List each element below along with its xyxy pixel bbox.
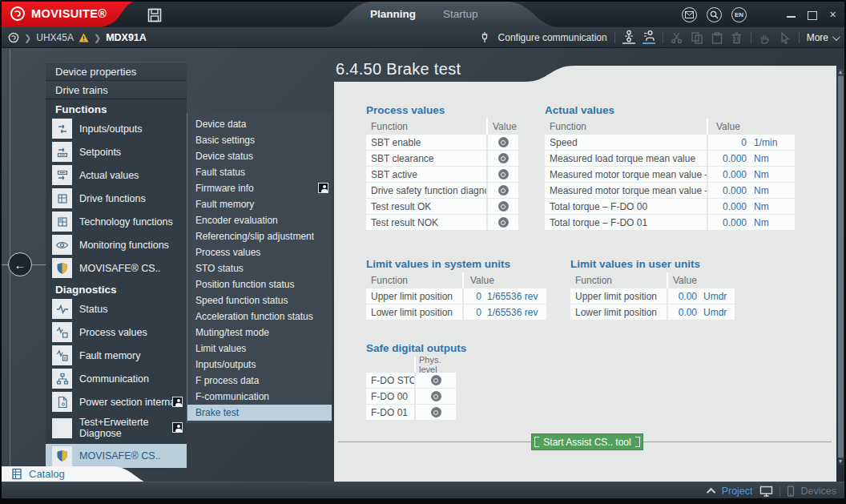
table-row: Test result NOK xyxy=(366,215,518,230)
toolbar-separator xyxy=(751,32,751,43)
safe-outputs-table: Phys. level F-DO STO F-DO 00 F-DO 01 xyxy=(366,357,456,421)
actual-values-icon xyxy=(52,165,72,185)
section-heading-actual-values: Actual values xyxy=(545,104,614,116)
delete-button[interactable] xyxy=(731,31,743,44)
nav-item-movisafe-diagnostics[interactable]: MOVISAFE® CS.. xyxy=(46,444,187,468)
app-logo: MOVISUITE® xyxy=(10,6,107,22)
tab-planning[interactable]: Planning xyxy=(370,2,416,27)
catalog-tab[interactable]: Catalog xyxy=(11,468,65,480)
collapse-panel-button[interactable]: ← xyxy=(8,252,32,276)
breadcrumb-sep-icon: ❯ xyxy=(24,33,31,43)
nav-item-process-values[interactable]: Process values xyxy=(46,321,187,344)
table-row: Speed01/min xyxy=(545,135,795,150)
nav-item-status[interactable]: Status xyxy=(46,297,187,321)
monitor-icon[interactable] xyxy=(759,486,773,497)
configure-communication-icon xyxy=(478,31,491,44)
scroll-down-icon[interactable] xyxy=(839,460,842,463)
drive-functions-icon xyxy=(52,188,72,208)
nav-item-fault-memory[interactable]: Fault memory xyxy=(46,344,187,367)
status-led-icon xyxy=(498,185,509,196)
more-button[interactable]: More xyxy=(807,32,838,43)
content-area: Process values Function Value SBT enable… xyxy=(334,66,836,484)
command-bar: ❯ UHX45A ❯ MDX91A Configure communicatio… xyxy=(2,27,844,48)
breadcrumb: ❯ UHX45A ❯ MDX91A xyxy=(8,27,147,48)
menu-item-fault-status[interactable]: Fault status xyxy=(187,164,332,180)
table-row: Lower limit position0.00Umdr xyxy=(570,304,735,320)
breadcrumb-device2[interactable]: MDX91A xyxy=(106,32,147,43)
menu-item-position-function-status[interactable]: Position function status xyxy=(187,276,332,292)
nav-section-functions: Functions xyxy=(46,99,187,117)
breadcrumb-sep-icon: ❯ xyxy=(94,33,101,43)
nav-item-setpoints[interactable]: Setpoints xyxy=(46,140,187,163)
menu-item-limit-values[interactable]: Limit values xyxy=(187,341,332,357)
minimize-button[interactable] xyxy=(786,10,796,20)
messages-button[interactable] xyxy=(682,7,697,22)
tab-startup[interactable]: Startup xyxy=(443,2,478,27)
menu-item-fault-memory[interactable]: Fault memory xyxy=(187,196,332,212)
nav-item-inputs-outputs[interactable]: Inputs/outputs xyxy=(46,117,187,140)
eye-icon xyxy=(52,235,72,255)
cut-button[interactable] xyxy=(671,31,683,44)
menu-item-device-data[interactable]: Device data xyxy=(187,116,332,132)
menu-item-encoder-evaluation[interactable]: Encoder evaluation xyxy=(187,212,332,228)
sew-logo-icon xyxy=(10,6,26,22)
menu-item-firmware-info[interactable]: Firmware info xyxy=(187,180,332,196)
nav-item-actual-values[interactable]: Actual values xyxy=(46,163,187,187)
menu-item-device-status[interactable]: Device status xyxy=(187,148,332,164)
copy-button[interactable] xyxy=(691,31,703,44)
device-icon[interactable] xyxy=(787,486,795,497)
search-button[interactable] xyxy=(707,7,722,22)
nav-scrollbar[interactable] xyxy=(838,69,844,465)
start-assist-tool-button[interactable]: Start Assist CS.. tool xyxy=(531,433,643,450)
menu-item-process-values[interactable]: Process values xyxy=(187,244,332,260)
menu-item-inputs-outputs[interactable]: Inputs/outputs xyxy=(187,357,332,373)
chevron-up-icon[interactable] xyxy=(707,487,715,496)
project-root-icon[interactable] xyxy=(8,32,19,43)
hand-icon xyxy=(759,32,770,44)
limit-user-table: Function Value Upper limit position0.00U… xyxy=(570,272,735,321)
pan-button[interactable] xyxy=(759,31,771,44)
maximize-button[interactable] xyxy=(807,10,817,20)
menu-item-brake-test[interactable]: Brake test xyxy=(187,405,332,421)
nav-item-test-erweiterte-diagnose[interactable]: Test+Erweiterte Diagnose xyxy=(46,413,187,442)
connection-mode-button[interactable] xyxy=(622,31,635,44)
project-view-button[interactable]: Project xyxy=(722,486,753,497)
menu-item-referencing-slip[interactable]: Referencing/slip adjustment xyxy=(187,228,332,244)
nav-header-drive-trains[interactable]: Drive trains xyxy=(46,81,187,99)
expert-badge-icon xyxy=(318,183,328,193)
toolbar-separator xyxy=(663,32,663,43)
menu-item-speed-function-status[interactable]: Speed function status xyxy=(187,292,332,308)
breadcrumb-device1[interactable]: UHX45A xyxy=(36,32,74,43)
menu-item-f-communication[interactable]: F-communication xyxy=(187,389,332,405)
nav-header-device-properties[interactable]: Device properties xyxy=(46,62,187,81)
scroll-up-icon[interactable] xyxy=(839,71,842,74)
menu-item-muting-test-mode[interactable]: Muting/test mode xyxy=(187,325,332,341)
nav-item-technology-functions[interactable]: Technology functions xyxy=(46,210,187,233)
app-window: MOVISUITE® Planning Startup xyxy=(0,0,846,504)
paste-button[interactable] xyxy=(711,31,723,44)
menu-item-basic-settings[interactable]: Basic settings xyxy=(187,132,332,148)
menu-item-f-process-data[interactable]: F process data xyxy=(187,373,332,389)
language-button[interactable]: EN xyxy=(731,7,747,22)
menu-item-sto-status[interactable]: STO status xyxy=(187,260,332,276)
scrollbar-thumb[interactable] xyxy=(838,76,844,458)
save-icon[interactable] xyxy=(147,8,162,22)
table-row: Test result OK xyxy=(366,199,518,214)
configure-communication-button[interactable]: Configure communication xyxy=(498,32,607,43)
nav-item-movisafe[interactable]: MOVISAFE® CS.. xyxy=(46,256,187,280)
warning-icon xyxy=(79,33,89,42)
nav-item-communication[interactable]: Communication xyxy=(46,367,187,390)
close-button[interactable]: × xyxy=(828,10,838,20)
user-network-button[interactable] xyxy=(643,31,655,44)
devices-view-button[interactable]: Devices xyxy=(801,486,836,497)
select-button[interactable] xyxy=(779,31,792,44)
nav-item-drive-functions[interactable]: Drive functions xyxy=(46,187,187,210)
section-menu-panel: Device data Basic settings Device status… xyxy=(187,113,332,423)
nav-item-monitoring-functions[interactable]: Monitoring functions xyxy=(46,233,187,256)
search-icon xyxy=(710,10,719,19)
menu-item-acceleration-function-status[interactable]: Acceleration function status xyxy=(187,308,332,325)
cursor-icon xyxy=(780,32,790,44)
table-row: Upper limit position0.00Umdr xyxy=(570,288,735,304)
status-led-icon xyxy=(498,153,509,163)
nav-item-power-section-internal[interactable]: Power section internal xyxy=(46,390,187,413)
